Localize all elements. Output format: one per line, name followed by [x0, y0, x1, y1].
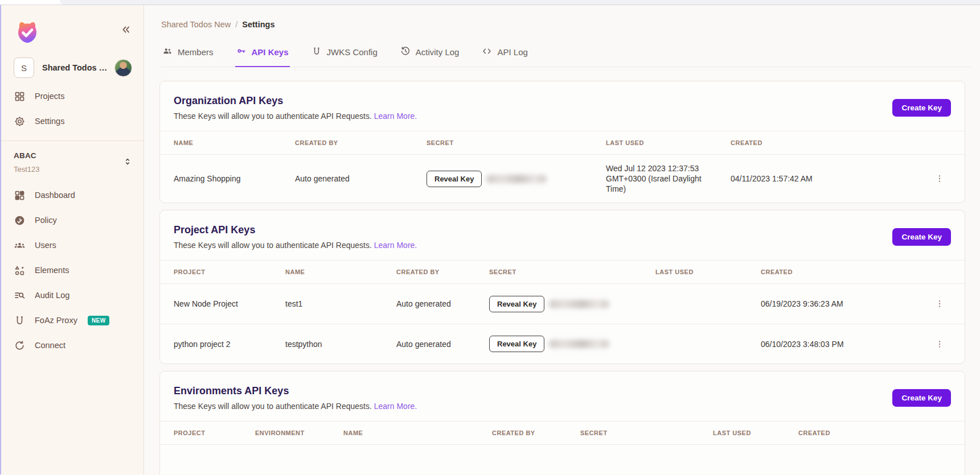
sidebar-item-dashboard[interactable]: Dashboard	[0, 183, 143, 208]
breadcrumb-separator: /	[235, 20, 237, 29]
main-content: Shared Todos New / Settings Members API …	[144, 5, 980, 474]
column-header: LAST USED	[655, 269, 761, 275]
sidebar-item-label: FoAz Proxy	[35, 316, 77, 325]
column-header: CREATED	[798, 429, 951, 436]
reveal-key-button[interactable]: Reveal Key	[427, 171, 482, 187]
tab-activity-log[interactable]: Activity Log	[399, 46, 461, 67]
kebab-menu-icon[interactable]	[935, 174, 944, 183]
create-key-button[interactable]: Create Key	[892, 99, 951, 117]
secret-cell: Reveal Key	[489, 336, 655, 352]
reveal-key-button[interactable]: Reveal Key	[489, 296, 544, 312]
sidebar-item-foaz-proxy[interactable]: FoAz Proxy NEW	[0, 308, 143, 333]
created-by-cell: Auto generated	[396, 340, 489, 349]
grid-icon	[14, 90, 26, 102]
sidebar-item-label: Projects	[35, 92, 64, 101]
card-description-text: These Keys will allow you to authenticat…	[174, 402, 372, 411]
tab-label: JWKS Config	[327, 47, 378, 57]
project-api-keys-card: Project API Keys These Keys will allow y…	[159, 210, 965, 364]
kebab-menu-icon[interactable]	[935, 299, 944, 308]
sidebar-item-users[interactable]: Users	[0, 233, 143, 258]
people-icon	[162, 46, 173, 58]
policy-icon	[14, 214, 26, 226]
key-icon	[236, 46, 247, 58]
column-header: LAST USED	[713, 429, 798, 436]
environments-api-keys-card: Environments API Keys These Keys will al…	[159, 371, 965, 474]
create-key-button[interactable]: Create Key	[892, 228, 951, 246]
card-description-text: These Keys will allow you to authenticat…	[174, 111, 372, 121]
sidebar-item-label: Elements	[35, 266, 69, 275]
learn-more-link[interactable]: Learn More.	[374, 241, 417, 250]
column-header: PROJECT	[174, 429, 255, 436]
sidebar-nav-top: Projects Settings	[0, 84, 143, 134]
created-cell: 06/10/2023 3:48:03 PM	[761, 340, 928, 349]
create-key-button[interactable]: Create Key	[892, 389, 951, 407]
table-row: python project 2 testpython Auto generat…	[160, 324, 965, 364]
table-header-row: PROJECT NAME CREATED BY SECRET LAST USED…	[160, 260, 965, 284]
created-by-cell: Auto generated	[396, 299, 489, 308]
secret-cell: Reveal Key	[489, 296, 655, 312]
column-header: NAME	[174, 139, 295, 146]
card-title: Project API Keys	[174, 224, 951, 236]
column-header: SECRET	[427, 139, 606, 146]
column-header: PROJECT	[174, 269, 285, 275]
sidebar-item-elements[interactable]: Elements	[0, 258, 143, 283]
learn-more-link[interactable]: Learn More.	[374, 111, 417, 121]
sidebar-nav-env: Dashboard Policy Users Elements	[0, 183, 143, 358]
sidebar-item-label: Settings	[35, 117, 64, 126]
route-icon	[311, 46, 322, 58]
breadcrumb-parent[interactable]: Shared Todos New	[161, 20, 231, 29]
tab-jwks-config[interactable]: JWKS Config	[310, 46, 379, 67]
column-header: ENVIRONMENT	[255, 429, 343, 436]
org-project-switcher[interactable]: ABAC Test123	[0, 141, 143, 177]
card-description: These Keys will allow you to authenticat…	[174, 402, 951, 411]
column-header: SECRET	[489, 269, 655, 275]
unfold-icon[interactable]	[123, 157, 132, 168]
sidebar-item-label: Policy	[35, 216, 57, 225]
created-by-cell: Auto generated	[295, 174, 427, 183]
sidebar-collapse-icon[interactable]	[120, 23, 132, 38]
tab-api-log[interactable]: API Log	[481, 46, 528, 67]
browser-tab-strip-right	[60, 0, 980, 5]
sidebar: S Shared Todos … Projects Settings ABAC	[0, 5, 144, 474]
column-header: CREATED	[761, 269, 928, 275]
project-cell: New Node Project	[174, 299, 285, 308]
route-icon	[14, 315, 26, 327]
user-avatar[interactable]	[114, 59, 132, 77]
table-header-row: PROJECT ENVIRONMENT NAME CREATED BY SECR…	[160, 421, 965, 445]
code-brackets-icon	[482, 46, 492, 58]
sidebar-item-label: Users	[35, 241, 56, 250]
card-title: Environments API Keys	[174, 385, 951, 397]
column-header: CREATED	[731, 139, 928, 146]
secret-blurred	[549, 340, 609, 348]
tab-members[interactable]: Members	[161, 46, 215, 67]
org-name: ABAC	[14, 151, 123, 160]
tab-api-keys[interactable]: API Keys	[235, 46, 290, 67]
table-header-row: NAME CREATED BY SECRET LAST USED CREATED	[160, 131, 965, 155]
sidebar-item-connect[interactable]: Connect	[0, 333, 143, 358]
tab-label: Activity Log	[416, 47, 460, 57]
sidebar-item-settings[interactable]: Settings	[0, 109, 143, 134]
column-header: NAME	[343, 429, 492, 436]
sidebar-item-projects[interactable]: Projects	[0, 84, 143, 109]
created-cell: 06/19/2023 9:36:23 AM	[761, 299, 928, 308]
kebab-menu-icon[interactable]	[935, 340, 944, 349]
sidebar-item-audit-log[interactable]: Audit Log	[0, 283, 143, 308]
learn-more-link[interactable]: Learn More.	[374, 402, 417, 411]
audit-search-icon	[14, 290, 26, 301]
tab-label: API Log	[497, 47, 527, 57]
created-cell: 04/11/2023 1:57:42 AM	[731, 174, 928, 183]
table-row: New Node Project test1 Auto generated Re…	[160, 284, 965, 324]
secret-blurred	[486, 175, 547, 183]
organization-api-keys-card: Organization API Keys These Keys will al…	[159, 81, 965, 203]
card-description: These Keys will allow you to authenticat…	[174, 111, 951, 121]
column-header: CREATED BY	[396, 269, 489, 275]
dashboard-icon	[14, 189, 26, 201]
browser-tab-strip	[0, 0, 980, 5]
column-header: CREATED BY	[295, 139, 427, 146]
key-name-cell: testpython	[285, 340, 396, 349]
workspace-selector[interactable]: S Shared Todos …	[0, 46, 143, 78]
key-name-cell: Amazing Shopping	[174, 174, 295, 183]
breadcrumb: Shared Todos New / Settings	[144, 5, 980, 29]
reveal-key-button[interactable]: Reveal Key	[489, 336, 544, 352]
sidebar-item-policy[interactable]: Policy	[0, 208, 143, 233]
